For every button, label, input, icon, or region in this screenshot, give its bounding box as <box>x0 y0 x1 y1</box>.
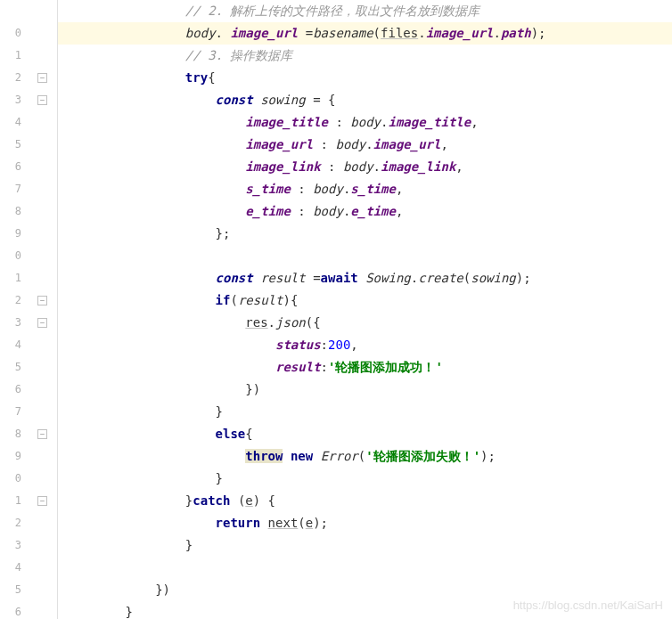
code-line[interactable]: image_title : body.image_title, <box>58 111 672 134</box>
fold-toggle-icon[interactable]: − <box>37 318 47 328</box>
code-token: , <box>396 182 403 196</box>
line-number: 1 <box>0 490 21 512</box>
line-number: 2 <box>0 512 21 534</box>
code-token: . <box>365 137 373 151</box>
code-token: . <box>411 271 418 285</box>
fold-toggle-icon[interactable]: − <box>37 95 47 105</box>
line-number: 5 <box>0 134 21 156</box>
line-number: 4 <box>0 557 21 579</box>
code-token: image_url <box>245 137 313 151</box>
code-token: : <box>313 137 335 151</box>
line-number: 3 <box>0 312 21 334</box>
code-editor[interactable]: // 2. 解析上传的文件路径，取出文件名放到数据库 body. image_u… <box>58 0 672 619</box>
code-token: Sowing <box>365 271 411 285</box>
code-token: e_time <box>245 204 291 218</box>
code-token: { <box>208 70 215 85</box>
code-line[interactable]: } <box>58 534 672 557</box>
code-token: }) <box>245 382 260 396</box>
fold-toggle-icon[interactable]: − <box>37 296 47 305</box>
code-line[interactable]: // 2. 解析上传的文件路径，取出文件名放到数据库 <box>58 0 672 22</box>
code-token: ( <box>373 26 381 40</box>
code-token: // 3. 操作数据库 <box>185 48 293 62</box>
code-line[interactable]: s_time : body.s_time, <box>58 178 672 200</box>
line-number: 5 <box>0 356 21 379</box>
code-line[interactable]: image_link : body.image_link, <box>58 156 672 178</box>
code-token: body <box>313 182 343 196</box>
code-token: e <box>306 516 313 530</box>
code-token: '轮播图添加失败！' <box>365 449 480 463</box>
line-number-column: 012345678901234567890123456 <box>0 0 25 619</box>
code-line[interactable]: try{ <box>58 67 672 89</box>
line-number: 2 <box>0 289 21 312</box>
code-line[interactable]: else{ <box>58 423 672 445</box>
fold-toggle-icon[interactable]: − <box>37 496 47 506</box>
code-token: . <box>268 315 275 330</box>
code-token: ); <box>516 271 531 285</box>
code-token: ); <box>480 449 496 463</box>
code-line[interactable]: const result =await Sowing.create(sowing… <box>58 267 672 289</box>
code-token: , <box>396 204 403 218</box>
code-token <box>283 449 290 463</box>
code-token: e_time <box>350 204 396 218</box>
fold-toggle-icon[interactable]: − <box>37 429 47 439</box>
code-token: s_time <box>245 182 291 196</box>
code-line[interactable] <box>58 557 672 579</box>
code-token: ); <box>531 26 546 40</box>
code-line[interactable]: }; <box>58 223 672 245</box>
code-line[interactable] <box>58 245 672 267</box>
line-number: 3 <box>0 89 21 111</box>
code-token: = <box>306 271 321 285</box>
code-line[interactable]: res.json({ <box>58 312 672 334</box>
code-token: throw <box>245 449 283 463</box>
code-token: . <box>373 159 381 174</box>
line-number: 8 <box>0 423 21 445</box>
code-token: image_url <box>426 26 494 40</box>
code-token: s_time <box>350 182 396 196</box>
code-line[interactable]: return next(e); <box>58 512 672 534</box>
line-number: 7 <box>0 178 21 200</box>
line-number: 1 <box>0 45 21 67</box>
code-line[interactable]: } <box>58 401 672 423</box>
code-token: new <box>291 449 313 463</box>
code-token: image_link <box>381 159 455 174</box>
code-token: json <box>275 315 306 330</box>
line-number: 1 <box>0 267 21 289</box>
line-number: 0 <box>0 22 21 45</box>
code-token: const <box>216 93 261 107</box>
code-token: ) <box>283 293 290 307</box>
code-line[interactable]: }) <box>58 379 672 401</box>
code-line[interactable]: e_time : body.e_time, <box>58 200 672 223</box>
code-token: create <box>418 271 463 285</box>
code-token: ( <box>298 516 305 530</box>
fold-toggle-icon[interactable]: − <box>37 73 47 83</box>
code-line[interactable]: throw new Error('轮播图添加失败！'); <box>58 445 672 468</box>
code-line[interactable]: } <box>58 468 672 490</box>
watermark: https://blog.csdn.net/KaiSarH <box>513 599 663 612</box>
code-line[interactable]: }catch (e) { <box>58 490 672 512</box>
code-token: }; <box>216 226 231 240</box>
code-token: ( <box>230 493 245 508</box>
code-token: = { <box>306 93 336 107</box>
line-number: 8 <box>0 200 21 223</box>
code-line[interactable]: const sowing = { <box>58 89 672 111</box>
code-token: , <box>440 137 447 151</box>
code-token: image_link <box>245 159 320 174</box>
code-token: , <box>455 159 463 174</box>
code-token: body <box>185 26 216 40</box>
line-number: 6 <box>0 156 21 178</box>
code-token: 200 <box>328 338 350 352</box>
code-line[interactable]: status:200, <box>58 334 672 356</box>
code-line[interactable]: result:'轮播图添加成功！' <box>58 356 672 379</box>
code-line[interactable]: if(result){ <box>58 289 672 312</box>
gutter: 012345678901234567890123456 −−−−−− <box>0 0 58 619</box>
code-token: try <box>185 70 208 85</box>
code-token: status <box>275 338 321 352</box>
code-line[interactable]: // 3. 操作数据库 <box>58 45 672 67</box>
line-number: 0 <box>0 245 21 267</box>
code-token: result <box>260 271 306 285</box>
code-line[interactable]: body. image_url =basename(files.image_ur… <box>58 22 672 45</box>
code-token: } <box>125 605 132 619</box>
code-line[interactable]: image_url : body.image_url, <box>58 134 672 156</box>
code-token: : <box>321 338 328 352</box>
line-number <box>0 0 21 22</box>
